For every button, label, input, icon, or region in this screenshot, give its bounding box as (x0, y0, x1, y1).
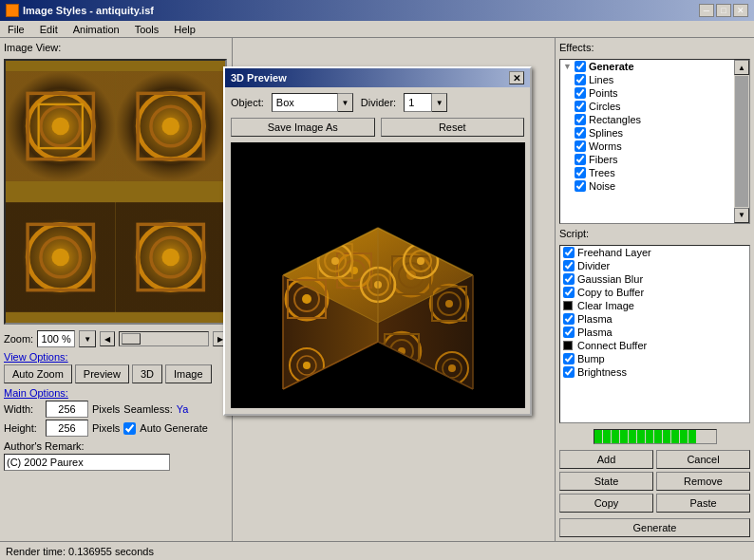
effects-scroll-down[interactable]: ▼ (734, 208, 749, 223)
clear-image-label: Clear Image (577, 300, 634, 311)
script-freehand-layer[interactable]: Freehand Layer (560, 246, 749, 259)
add-button[interactable]: Add (559, 450, 653, 469)
fibers-checkbox[interactable] (575, 154, 586, 165)
dialog-action-row: Save Image As Reset (231, 118, 524, 137)
image-button[interactable]: Image (165, 364, 212, 383)
effect-rectangles[interactable]: Rectangles (572, 113, 734, 126)
connect-buffer-label: Connect Buffer (577, 340, 647, 351)
menu-tools[interactable]: Tools (131, 23, 163, 36)
close-button[interactable]: ✕ (733, 4, 748, 17)
view-options-link[interactable]: View Options: (4, 351, 68, 363)
3d-button[interactable]: 3D (132, 364, 162, 383)
horizontal-scrollbar[interactable] (119, 331, 209, 346)
script-copy-to-buffer[interactable]: Copy to Buffer (560, 286, 749, 299)
effect-circles[interactable]: Circles (572, 100, 734, 113)
svg-point-17 (52, 249, 69, 266)
divider-dropdown-arrow[interactable]: ▼ (432, 93, 447, 112)
pixels-label-1: Pixels (92, 403, 120, 415)
trees-checkbox[interactable] (575, 167, 586, 178)
freehand-checkbox[interactable] (563, 247, 575, 258)
progress-seg-9 (663, 430, 670, 443)
reset-button[interactable]: Reset (381, 118, 525, 137)
circles-checkbox[interactable] (575, 101, 586, 112)
gaussian-checkbox[interactable] (563, 273, 575, 285)
effects-scroll-up[interactable]: ▲ (734, 60, 749, 75)
effects-scroll-track[interactable] (735, 76, 748, 207)
progress-seg-2 (603, 430, 611, 443)
script-brightness[interactable]: Brightness (560, 365, 749, 379)
cancel-button[interactable]: Cancel (656, 450, 750, 469)
plasma2-checkbox[interactable] (563, 327, 575, 338)
dialog-close-button[interactable]: ✕ (509, 71, 524, 84)
object-dropdown-arrow[interactable]: ▼ (338, 93, 353, 112)
effects-list: ▼ Generate Lines Points Circles (559, 59, 750, 224)
lines-checkbox[interactable] (575, 74, 586, 85)
auto-zoom-button[interactable]: Auto Zoom (4, 364, 72, 383)
script-plasma-1[interactable]: Plasma (560, 312, 749, 326)
status-bar: Render time: 0.136955 seconds (0, 541, 754, 560)
app-icon (6, 4, 19, 17)
scroll-left-arrow[interactable]: ◀ (100, 331, 115, 346)
rectangles-checkbox[interactable] (575, 114, 586, 125)
progress-seg-11 (680, 430, 688, 443)
bump-checkbox[interactable] (563, 353, 575, 364)
svg-point-23 (161, 249, 179, 266)
brightness-checkbox[interactable] (563, 366, 575, 378)
remove-button[interactable]: Remove (656, 472, 750, 491)
divider-checkbox[interactable] (563, 260, 575, 271)
height-input[interactable] (46, 420, 88, 437)
svg-point-11 (161, 118, 179, 135)
main-options-link[interactable]: Main Options: (4, 387, 68, 399)
minimize-button[interactable]: ─ (699, 4, 714, 17)
effect-trees[interactable]: Trees (572, 166, 734, 179)
generate-checkbox[interactable] (575, 61, 586, 72)
noise-checkbox[interactable] (575, 180, 586, 192)
zoom-input[interactable] (37, 330, 75, 347)
effect-worms[interactable]: Worms (572, 140, 734, 153)
script-connect-buffer[interactable]: Connect Buffer (560, 339, 749, 352)
menu-help[interactable]: Help (170, 23, 199, 36)
menu-edit[interactable]: Edit (36, 23, 62, 36)
dialog-3d-overlay: 3D Preview ✕ Object: Box ▼ Divider: 1 ▼ … (223, 66, 532, 416)
copy-buffer-checkbox[interactable] (563, 287, 575, 298)
script-bump[interactable]: Bump (560, 352, 749, 365)
script-list: Freehand Layer Divider Gaussian Blur Cop… (559, 245, 750, 423)
effect-points[interactable]: Points (572, 86, 734, 100)
generate-button[interactable]: Generate (559, 518, 750, 537)
menu-file[interactable]: File (4, 23, 28, 36)
effect-lines[interactable]: Lines (572, 73, 734, 86)
effects-tree-root[interactable]: ▼ Generate (560, 60, 734, 73)
progress-seg-3 (612, 430, 619, 443)
effect-fibers[interactable]: Fibers (572, 153, 734, 166)
save-image-as-button[interactable]: Save Image As (231, 118, 375, 137)
svg-point-37 (302, 294, 311, 304)
points-checkbox[interactable] (575, 87, 586, 99)
status-text: Render time: 0.136955 seconds (6, 546, 154, 557)
title-bar-left: Image Styles - antiquity.isf (6, 4, 154, 17)
script-clear-image[interactable]: Clear Image (560, 299, 749, 312)
scrollbar-thumb[interactable] (122, 333, 141, 345)
copy-button[interactable]: Copy (559, 494, 653, 513)
preview-button[interactable]: Preview (75, 364, 129, 383)
splines-checkbox[interactable] (575, 127, 586, 139)
menu-animation[interactable]: Animation (69, 23, 123, 36)
state-button[interactable]: State (559, 472, 653, 491)
menu-bar: File Edit Animation Tools Help (0, 21, 754, 38)
paste-button[interactable]: Paste (656, 494, 750, 513)
effect-noise[interactable]: Noise (572, 179, 734, 193)
script-gaussian-blur[interactable]: Gaussian Blur (560, 272, 749, 286)
worms-checkbox[interactable] (575, 140, 586, 152)
plasma1-checkbox[interactable] (563, 313, 575, 325)
maximize-button[interactable]: □ (716, 4, 731, 17)
auto-generate-checkbox[interactable] (123, 422, 136, 435)
authors-remark-label: Author's Remark: (4, 440, 228, 452)
width-input[interactable] (46, 401, 88, 418)
zoom-label: Zoom: (4, 333, 33, 345)
object-select[interactable]: Box ▼ (272, 93, 353, 112)
effect-splines[interactable]: Splines (572, 126, 734, 140)
script-plasma-2[interactable]: Plasma (560, 326, 749, 339)
script-divider[interactable]: Divider (560, 259, 749, 272)
zoom-dropdown[interactable]: ▼ (79, 330, 96, 347)
authors-remark-input[interactable] (4, 454, 170, 471)
divider-select[interactable]: 1 ▼ (404, 93, 447, 112)
